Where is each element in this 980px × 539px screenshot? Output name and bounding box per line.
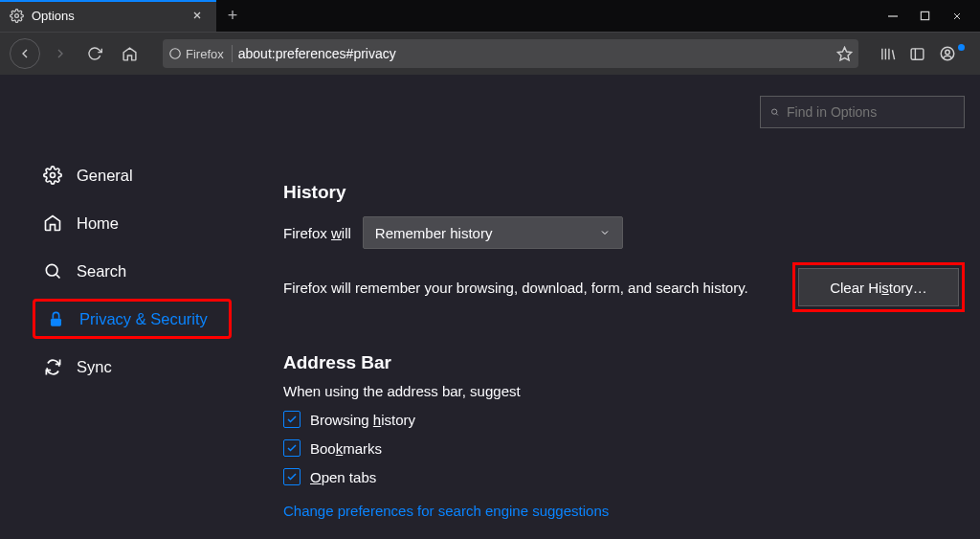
forward-button[interactable] (46, 39, 75, 68)
svg-point-0 (15, 14, 19, 18)
maximize-button[interactable] (920, 11, 930, 21)
close-window-button[interactable] (951, 11, 963, 22)
tab-close-button[interactable] (188, 7, 207, 26)
reload-button[interactable] (80, 39, 109, 68)
sidebar-item-home[interactable]: Home (33, 203, 232, 243)
sidebar-item-privacy[interactable]: Privacy & Security (33, 299, 232, 339)
sidebar-item-label: Sync (77, 358, 112, 376)
url-bar[interactable]: Firefox (163, 39, 858, 68)
svg-point-10 (772, 109, 777, 114)
addressbar-subdesc: When using the address bar, suggest (283, 383, 965, 399)
nav-toolbar: Firefox (0, 32, 980, 75)
preferences-content: General Home Search Privacy & Security S… (0, 75, 980, 539)
svg-point-8 (46, 264, 57, 276)
gear-icon (42, 166, 63, 185)
titlebar: Options + (0, 0, 980, 32)
clear-history-highlight: Clear History… (792, 262, 965, 312)
account-button[interactable] (939, 45, 963, 62)
gear-icon (10, 9, 24, 23)
sidebar-item-general[interactable]: General (33, 155, 232, 195)
bookmark-star-button[interactable] (836, 46, 853, 62)
chevron-down-icon (599, 227, 611, 238)
sidebar-button[interactable] (909, 46, 925, 62)
notification-dot (958, 44, 965, 51)
preferences-sidebar: General Home Search Privacy & Security S… (0, 75, 249, 539)
svg-point-2 (170, 49, 181, 59)
history-heading: History (283, 182, 965, 203)
history-mode-select[interactable]: Remember history (363, 216, 623, 249)
tab-active-indicator (0, 0, 216, 2)
library-button[interactable] (880, 46, 896, 62)
minimize-button[interactable] (887, 11, 899, 22)
sidebar-item-label: Search (77, 262, 126, 281)
home-button[interactable] (115, 39, 144, 68)
svg-point-6 (946, 50, 950, 55)
address-input[interactable] (238, 46, 831, 61)
search-suggestions-link[interactable]: Change preferences for search engine sug… (283, 503, 609, 519)
svg-marker-3 (837, 47, 851, 59)
sync-icon (42, 358, 63, 376)
firefox-will-label: Firefox will (283, 225, 351, 241)
identity-label: Firefox (186, 47, 224, 61)
checkbox-open-tabs[interactable] (283, 468, 301, 485)
identity-box[interactable]: Firefox (168, 47, 230, 61)
tab-title: Options (32, 9, 188, 23)
svg-rect-9 (50, 318, 60, 326)
svg-rect-4 (911, 48, 924, 58)
sidebar-item-search[interactable]: Search (33, 251, 232, 291)
find-input[interactable] (787, 104, 954, 120)
window-controls (887, 0, 980, 32)
checkbox-label: Bookmarks (310, 440, 382, 457)
browser-tab[interactable]: Options (0, 0, 216, 32)
firefox-brand-icon (168, 47, 182, 60)
lock-icon (45, 310, 66, 328)
urlbar-separator (232, 45, 233, 62)
back-button[interactable] (10, 38, 40, 69)
preferences-main: History Firefox will Remember history Fi… (249, 75, 980, 539)
svg-point-7 (51, 173, 56, 178)
checkbox-browsing-history[interactable] (283, 411, 301, 428)
checkbox-bookmarks[interactable] (283, 439, 301, 457)
checkbox-label: Open tabs (310, 469, 376, 485)
new-tab-button[interactable]: + (216, 0, 249, 32)
checkbox-label: Browsing history (310, 412, 415, 428)
search-icon (770, 105, 779, 119)
sidebar-item-label: General (77, 167, 133, 185)
svg-rect-1 (921, 11, 928, 19)
sidebar-item-sync[interactable]: Sync (33, 347, 232, 387)
addressbar-heading: Address Bar (283, 352, 965, 373)
search-icon (42, 261, 63, 281)
sidebar-item-label: Home (77, 214, 119, 233)
find-in-options[interactable] (760, 96, 965, 128)
history-description: Firefox will remember your browsing, dow… (283, 280, 748, 296)
clear-history-button[interactable]: Clear History… (798, 268, 959, 306)
home-icon (42, 213, 63, 233)
sidebar-item-label: Privacy & Security (79, 310, 208, 328)
select-value: Remember history (375, 225, 493, 241)
